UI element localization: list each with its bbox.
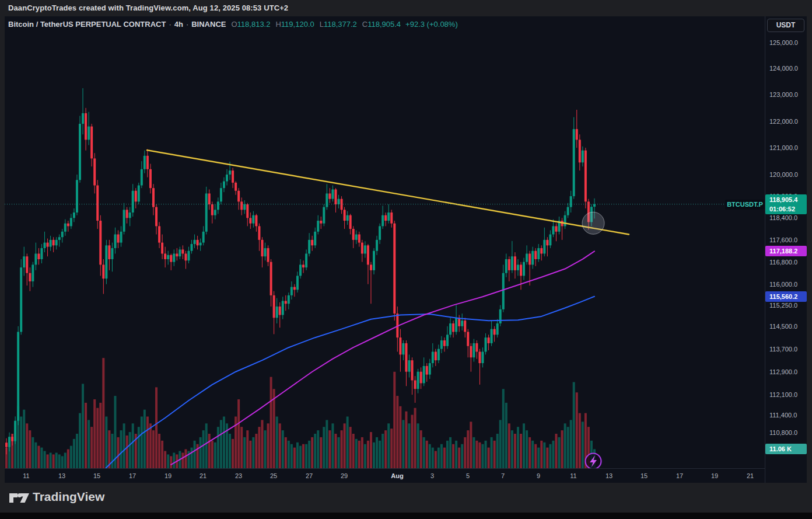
tradingview-logo-icon[interactable]: [8, 490, 30, 506]
interval-label[interactable]: 4h: [174, 20, 183, 29]
candle-body: [141, 169, 143, 186]
price-tick: 121,000.0: [769, 144, 798, 152]
candle-body: [288, 295, 290, 304]
volume-bar: [540, 441, 542, 468]
candle-body: [117, 234, 120, 242]
candle-body: [429, 363, 431, 375]
footer-bar: TradingView: [0, 483, 812, 513]
volume-bar: [311, 437, 313, 468]
symbol-title[interactable]: Bitcoin / TetherUS PERPETUAL CONTRACT: [8, 20, 166, 29]
volume-bar: [264, 430, 267, 468]
volume-bar: [464, 437, 466, 468]
candle-body: [584, 151, 587, 202]
candle-body: [167, 255, 169, 259]
candle-body: [273, 295, 275, 318]
time-tick: Aug: [388, 469, 406, 483]
candle-body: [376, 240, 378, 251]
volume-bar: [443, 448, 446, 468]
volume-bar: [44, 451, 46, 469]
candle-body: [276, 306, 278, 318]
candle-body: [205, 193, 208, 231]
exchange-label[interactable]: BINANCE: [191, 20, 226, 29]
candle-body: [132, 191, 134, 213]
candle-body: [226, 175, 228, 182]
chart-pane[interactable]: Bitcoin / TetherUS PERPETUAL CONTRACT·4h…: [5, 16, 765, 468]
volume-bar: [432, 448, 434, 468]
volume-bar: [126, 436, 128, 468]
volume-bar: [138, 427, 140, 468]
price-tick: 113,700.0: [769, 345, 797, 353]
volume-bar: [217, 427, 219, 468]
ma-fast-line: [171, 251, 594, 465]
volume-bar: [361, 437, 363, 468]
volume-bar: [399, 406, 401, 468]
volume-bar: [214, 443, 216, 468]
last-price-value: 118,905.4: [769, 195, 807, 204]
volume-bar: [20, 417, 22, 469]
volume-bar: [82, 384, 84, 468]
candle-body: [367, 245, 369, 264]
volume-bar: [334, 434, 337, 468]
price-tick: 123,000.0: [769, 90, 798, 99]
candle-body: [461, 321, 463, 326]
chart-frame: Bitcoin / TetherUS PERPETUAL CONTRACT·4h…: [5, 16, 807, 483]
time-tick: 7: [494, 469, 512, 483]
volume-bar: [55, 452, 58, 468]
volume-bar: [302, 444, 304, 468]
volume-bar: [546, 448, 548, 468]
candle-body: [411, 360, 414, 380]
price-chart-canvas[interactable]: [5, 16, 765, 468]
volume-bar: [267, 423, 270, 468]
volume-bar: [40, 448, 43, 468]
candle-body: [11, 437, 13, 441]
volume-bar: [29, 430, 31, 468]
volume-bar: [475, 441, 478, 468]
price-axis[interactable]: USDT 125,000.0124,000.0123,000.0122,000.…: [765, 16, 807, 483]
volume-bar: [488, 448, 490, 468]
volume-bar: [158, 434, 160, 468]
currency-usdt-button[interactable]: USDT: [767, 19, 804, 32]
tradingview-chart-snapshot: DaanCryptoTrades created with TradingVie…: [0, 0, 812, 519]
candle-body: [102, 264, 104, 278]
low-value: 118,377.2: [324, 20, 357, 29]
volume-bar: [496, 434, 499, 468]
volume-bar: [208, 434, 211, 468]
candle-body: [481, 352, 484, 364]
time-axis[interactable]: 11131517192123252729Aug3579111315171921: [5, 468, 765, 483]
volume-bar: [155, 387, 158, 468]
candle-body: [85, 113, 87, 140]
time-tick: 19: [706, 469, 723, 483]
volume-bar: [282, 430, 284, 468]
volume-bar: [184, 450, 187, 468]
volume-bar: [494, 441, 496, 468]
candle-body: [67, 224, 69, 227]
volume-bar: [246, 430, 249, 468]
candle-body: [105, 245, 107, 278]
candle-body: [197, 240, 199, 245]
volume-bar: [276, 417, 278, 469]
candle-body: [220, 188, 222, 201]
candle-body: [296, 276, 299, 290]
volume-bar: [517, 427, 519, 468]
candle-body: [299, 264, 302, 276]
candle-body: [302, 264, 304, 267]
candle-body: [58, 237, 61, 240]
volume-bar: [549, 444, 551, 468]
candle-body: [161, 243, 163, 254]
time-tick: 15: [635, 469, 653, 483]
volume-bar: [120, 430, 123, 468]
candle-body: [8, 437, 10, 447]
price-tick: 124,000.0: [769, 64, 798, 72]
volume-bar: [379, 441, 381, 468]
volume-bar: [520, 434, 522, 468]
tradingview-logo-text[interactable]: TradingView: [33, 490, 104, 504]
candle-body: [252, 215, 254, 224]
candle-body: [208, 193, 211, 204]
volume-bar: [435, 451, 437, 469]
bottom-strip: [0, 513, 812, 519]
candle-body: [355, 234, 358, 239]
volume-bar: [205, 423, 208, 468]
candle-body: [14, 421, 16, 441]
candle-body: [570, 196, 572, 207]
candle-body: [449, 323, 452, 335]
